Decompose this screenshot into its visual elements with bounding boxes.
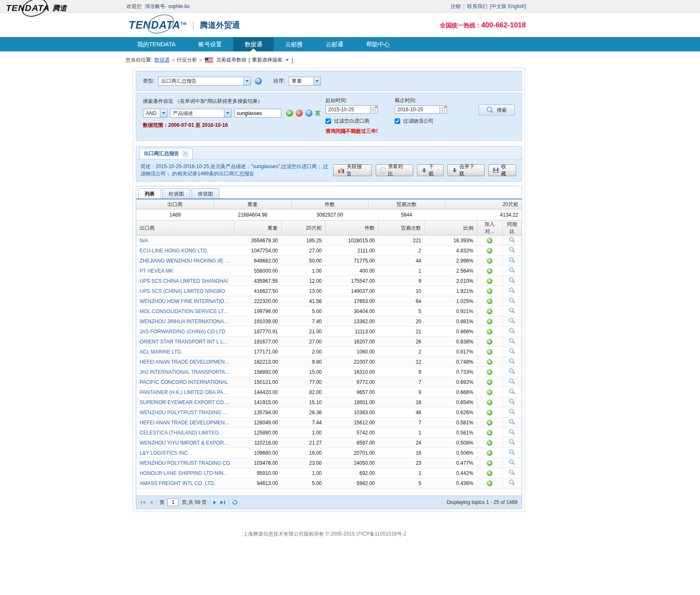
add-compare-icon[interactable]: +: [487, 329, 493, 335]
add-compare-icon[interactable]: +: [487, 410, 493, 415]
add-compare-icon[interactable]: +: [487, 420, 493, 426]
account-link[interactable]: 演示账号- sophie.liu: [145, 3, 189, 9]
add-compare-icon[interactable]: +: [487, 298, 493, 304]
chevron-down-icon[interactable]: [313, 77, 320, 85]
filter-blank-importer-checkbox[interactable]: [326, 118, 331, 124]
yoy-search-icon[interactable]: [509, 469, 515, 475]
add-compare-icon[interactable]: +: [487, 339, 493, 345]
exporter-name-link[interactable]: PT HEVEA MK: [140, 268, 231, 274]
yoy-search-icon[interactable]: [509, 449, 515, 455]
exporter-name-link[interactable]: CELESTICA (THAILAND) LIMITED.: [140, 430, 231, 436]
chevron-down-icon[interactable]: [243, 77, 250, 85]
yoy-search-icon[interactable]: [509, 389, 515, 394]
add-compare-icon[interactable]: +: [487, 470, 493, 476]
add-compare-icon[interactable]: +: [487, 359, 493, 365]
exporter-name-link[interactable]: HEFEI ANAN TRADE DEVELOPMENT CO...: [140, 359, 231, 365]
next-page-icon[interactable]: [213, 500, 217, 505]
add-compare-icon[interactable]: +: [487, 389, 493, 395]
help-icon[interactable]: ?: [255, 78, 262, 85]
yoy-search-icon[interactable]: [509, 237, 515, 243]
exporter-name-link[interactable]: AMASS FREIGHT INTL CO. LTD.: [140, 480, 231, 486]
exporter-name-link[interactable]: ORIENT STAR TRANSPORT INT L LTD RM: [140, 339, 231, 345]
keyword-input[interactable]: [234, 109, 281, 118]
nav-item-云邮搜[interactable]: 云邮搜: [274, 37, 314, 51]
add-compare-icon[interactable]: +: [487, 248, 493, 254]
yoy-search-icon[interactable]: [509, 429, 515, 435]
yoy-search-icon[interactable]: [509, 247, 515, 253]
add-condition-icon[interactable]: +: [286, 110, 293, 117]
exporter-name-link[interactable]: HEFEI ANAN TRADE DEVELOPMENT CO...: [140, 420, 231, 426]
add-compare-icon[interactable]: +: [487, 460, 493, 466]
add-compare-icon[interactable]: +: [487, 268, 493, 274]
yoy-search-icon[interactable]: [509, 409, 515, 415]
calendar-icon[interactable]: [439, 106, 447, 113]
breadcrumb-module-link[interactable]: 数据通: [154, 56, 170, 64]
exporter-name-link[interactable]: WENZHOU POLYTRUST TRADING CO: [140, 460, 231, 466]
page-number-input[interactable]: [167, 499, 179, 506]
exporter-name-link[interactable]: PANTAINER (H.K.) LIMITED DBA PANTAI: [140, 389, 231, 395]
yoy-search-icon[interactable]: [509, 298, 515, 303]
yoy-search-icon[interactable]: [509, 378, 515, 384]
reselect-country-link[interactable]: 重新选择国家: [252, 56, 283, 64]
add-compare-icon[interactable]: +: [487, 480, 493, 486]
english-toggle-button[interactable]: 英: [315, 110, 320, 117]
yoy-search-icon[interactable]: [509, 358, 515, 364]
view-tab-柱状图[interactable]: 柱状图: [162, 188, 190, 198]
add-compare-icon[interactable]: +: [487, 258, 493, 264]
yoy-search-icon[interactable]: [509, 399, 515, 405]
start-date-input[interactable]: 2015-10-25: [326, 105, 378, 114]
add-compare-icon[interactable]: +: [487, 319, 493, 324]
help-icon[interactable]: ?: [305, 110, 312, 117]
exporter-name-link[interactable]: WENZHOU POLYTRUST TRADING CO., ...: [140, 410, 231, 415]
contact-link[interactable]: 联系我们: [467, 3, 487, 10]
nav-item-账号设置[interactable]: 账号设置: [187, 37, 233, 51]
add-compare-icon[interactable]: +: [487, 238, 493, 244]
refresh-icon[interactable]: [232, 499, 238, 505]
calendar-icon[interactable]: [370, 106, 377, 113]
exporter-name-link[interactable]: PACIFIC CONCORD INTERNATIONAL: [140, 379, 231, 385]
yoy-search-icon[interactable]: [509, 287, 515, 293]
add-compare-icon[interactable]: +: [487, 349, 493, 355]
chevron-down-icon[interactable]: [160, 109, 167, 117]
end-date-input[interactable]: 2016-10-25: [395, 105, 447, 114]
report-tab[interactable]: 出口商汇总报告 ✕: [139, 148, 193, 159]
yoy-search-icon[interactable]: [509, 277, 515, 283]
yoy-search-icon[interactable]: [509, 480, 515, 485]
view-tab-列表[interactable]: 列表: [138, 188, 161, 198]
view-tab-饼状图[interactable]: 饼状图: [191, 188, 219, 198]
yoy-search-icon[interactable]: [509, 368, 515, 374]
exporter-name-link[interactable]: ACL MARINE LTD.: [140, 349, 231, 355]
exporter-name-link[interactable]: JAS FORWARDING (CHINA) CO LTD: [140, 329, 231, 335]
search-button[interactable]: 搜索: [479, 105, 515, 115]
nav-item-帮助中心[interactable]: 帮助中心: [355, 37, 401, 51]
查看对比-button[interactable]: 查看对比: [376, 164, 413, 176]
add-compare-icon[interactable]: +: [487, 430, 493, 436]
report-type-select[interactable]: 出口商汇总报告: [158, 77, 251, 86]
add-compare-icon[interactable]: +: [487, 369, 493, 375]
exporter-name-link[interactable]: JHJ INTERNATIONAL TRANSPORTATIO...: [140, 369, 231, 375]
exporter-name-link[interactable]: N/A: [140, 238, 231, 244]
yoy-search-icon[interactable]: [509, 257, 515, 263]
exporter-name-link[interactable]: WENZHOU HOW FINE INTERNATIONAL...: [140, 298, 231, 304]
exporter-name-link[interactable]: UPS SCS (CHINA) LIMITED NINGBO: [140, 288, 231, 294]
add-compare-icon[interactable]: +: [487, 399, 493, 405]
收藏-button[interactable]: 收藏: [488, 164, 516, 176]
exporter-name-link[interactable]: HONOUR LANE SHIPPING LTD-NINGBO: [140, 470, 231, 476]
add-compare-icon[interactable]: +: [487, 308, 493, 314]
filter-logistics-checkbox[interactable]: [395, 118, 400, 124]
exporter-name-link[interactable]: L&Y LOGISTICS INC.: [140, 450, 231, 456]
search-field-select[interactable]: 产品描述: [170, 109, 232, 118]
yoy-search-icon[interactable]: [509, 328, 515, 334]
add-compare-icon[interactable]: +: [487, 278, 493, 284]
close-icon[interactable]: ✕: [183, 151, 188, 156]
language-switch-link[interactable]: [中文版 English]: [490, 3, 526, 10]
关联报告-button[interactable]: 关联报告: [333, 164, 372, 176]
last-page-icon[interactable]: [220, 500, 226, 505]
exporter-name-link[interactable]: MOL CONSOLIDATION SERVICE LTD O/B: [140, 308, 231, 314]
exporter-name-link[interactable]: ECU-LINE HONG KONG LTD.: [140, 248, 231, 254]
exporter-name-link[interactable]: ZHEJIANG WENZHOU PACKING I/E CORP.: [140, 258, 231, 264]
exporter-name-link[interactable]: WENZHOU JINHUA INTERNATIONAL T...: [140, 319, 231, 324]
yoy-search-icon[interactable]: [509, 439, 515, 445]
add-compare-icon[interactable]: +: [487, 450, 493, 456]
yoy-search-icon[interactable]: [509, 419, 515, 425]
